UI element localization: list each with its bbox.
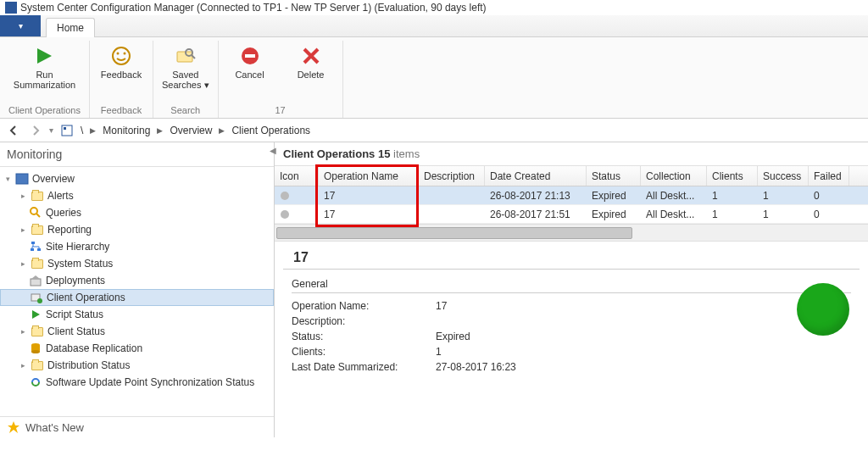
tree-node-system-status[interactable]: ▸System Status [0,255,274,272]
tree-node-client-operations[interactable]: Client Operations [0,289,274,306]
cell-failed: 0 [809,209,849,220]
row-icon [275,209,319,220]
delete-button[interactable]: Delete [288,44,334,80]
green-annotation-dot [797,283,849,336]
tree-label: Reporting [47,224,92,236]
tree-label: Software Update Point Synchronization St… [46,376,254,388]
tree-label: Client Operations [47,292,125,303]
tree-node-site-hierarchy[interactable]: Site Hierarchy [0,238,274,255]
data-grid[interactable]: Icon Operation Name Description Date Cre… [275,165,868,242]
col-failed[interactable]: Failed [809,166,849,186]
star-icon [7,420,20,434]
horizontal-scrollbar[interactable] [275,224,868,241]
folder-icon [31,223,44,236]
col-description[interactable]: Description [419,166,485,186]
folder-icon [31,325,44,338]
grid-header-row: Icon Operation Name Description Date Cre… [275,166,868,186]
tree-node-script-status[interactable]: Script Status [0,306,274,323]
cell-success: 1 [758,190,809,202]
nav-forward-button[interactable] [27,122,44,139]
col-clients[interactable]: Clients [707,166,758,186]
tree-panel: Monitoring ▾ Overview ▸Alerts Queries ▸R… [0,142,275,437]
nav-home-icon[interactable] [58,122,75,139]
smiley-icon [109,44,133,68]
ribbon-group-search-caption: Search [170,105,200,118]
tree-node-distribution-status[interactable]: ▸Distribution Status [0,357,274,374]
main-panel: ◀ Client Operations 15 items Icon Operat… [275,142,868,437]
expand-icon[interactable]: ▸ [19,361,27,370]
section-title: General [292,278,851,293]
expand-icon[interactable]: ▸ [19,327,27,336]
tree-node-database-replication[interactable]: Database Replication [0,340,274,357]
tree-label: Overview [32,173,75,185]
list-header: Client Operations 15 items [275,142,868,165]
tree-node-client-status[interactable]: ▸Client Status [0,323,274,340]
svg-marker-27 [8,421,19,433]
expand-icon[interactable]: ▸ [19,192,27,200]
svg-point-26 [31,350,40,353]
cell-collection: All Deskt... [641,209,707,220]
tree-node-queries[interactable]: Queries [0,204,274,221]
tree-node-reporting[interactable]: ▸Reporting [0,221,274,238]
expand-icon[interactable]: ▸ [19,259,27,268]
content-area: Monitoring ▾ Overview ▸Alerts Queries ▸R… [0,142,868,437]
kv-operation-name: Operation Name:17 [292,298,851,314]
col-icon[interactable]: Icon [275,166,319,186]
kv-description: Description: [292,314,851,329]
table-row[interactable]: 17 26-08-2017 21:13 Expired All Deskt...… [275,186,868,205]
tree-node-software-update-point[interactable]: Software Update Point Synchronization St… [0,374,274,391]
svg-point-29 [281,210,289,219]
run-summarization-button[interactable]: Run Summarization [14,44,75,90]
svg-marker-23 [32,310,40,319]
col-operation-name[interactable]: Operation Name [319,166,419,186]
col-collection[interactable]: Collection [641,166,707,186]
detail-section-general: General Operation Name:17 Description: S… [275,270,868,383]
feedback-button[interactable]: Feedback [98,44,144,80]
col-success[interactable]: Success [758,166,809,186]
saved-searches-button[interactable]: Saved Searches ▾ [162,44,209,90]
tree-label: Distribution Status [47,359,130,371]
nav-dropdown-icon[interactable]: ▾ [49,125,53,135]
title-bar: System Center Configuration Manager (Con… [0,0,868,15]
tree-node-deployments[interactable]: Deployments [0,272,274,289]
detail-heading: 17 [283,242,860,270]
ribbon-group-search: Saved Searches ▾ Search [153,41,219,118]
breadcrumb-client-operations[interactable]: Client Operations [231,125,310,136]
folder-icon [31,189,44,203]
expand-icon[interactable]: ▸ [19,225,27,234]
navigation-tree[interactable]: ▾ Overview ▸Alerts Queries ▸Reporting Si… [0,167,274,416]
svg-rect-17 [31,248,34,251]
tree-label: System Status [47,258,113,270]
ribbon: Run Summarization Client Operations Feed… [0,37,868,119]
app-menu-button[interactable]: ▾ [0,15,41,36]
panel-collapse-icon[interactable]: ◀ [270,146,276,155]
collapse-icon[interactable]: ▾ [3,175,12,183]
svg-point-1 [113,47,130,64]
whats-new-label: What's New [25,421,84,434]
tree-header: Monitoring [0,142,274,167]
hierarchy-icon [29,240,42,253]
breadcrumb-monitoring[interactable]: Monitoring [103,125,150,136]
svg-point-22 [37,298,42,303]
table-row[interactable]: 17 26-08-2017 21:51 Expired All Deskt...… [275,205,868,224]
nav-back-button[interactable] [5,122,22,139]
folder-search-icon [174,44,198,68]
svg-point-28 [281,192,289,200]
chevron-right-icon: ▶ [219,126,225,135]
row-icon [275,191,319,201]
breadcrumb-overview[interactable]: Overview [170,125,212,136]
whats-new-button[interactable]: What's New [0,416,274,437]
tree-node-overview[interactable]: ▾ Overview [0,170,274,187]
col-date-created[interactable]: Date Created [485,166,587,186]
tree-node-alerts[interactable]: ▸Alerts [0,187,274,204]
ribbon-group-client-ops-caption: Client Operations [8,105,81,118]
chevron-right-icon: ▶ [90,126,96,135]
kv-status: Status:Expired [292,329,851,344]
cell-failed: 0 [809,190,849,202]
cancel-button[interactable]: Cancel [227,44,273,80]
ribbon-group-17-caption: 17 [275,105,285,118]
tab-home[interactable]: Home [46,18,95,37]
col-status[interactable]: Status [587,166,641,186]
scrollbar-thumb[interactable] [276,227,632,239]
list-count: 15 [378,147,390,160]
